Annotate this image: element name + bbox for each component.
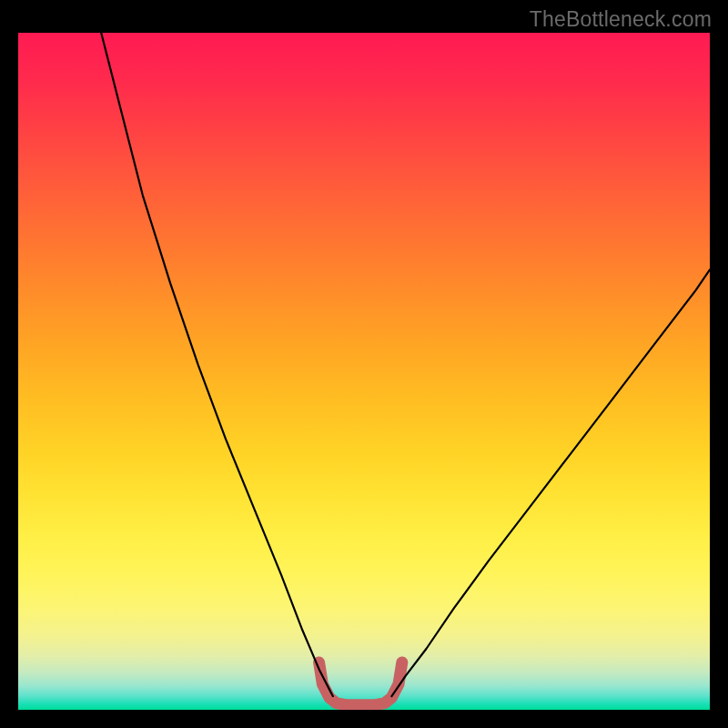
- chart-frame: TheBottleneck.com: [0, 0, 728, 728]
- series-bottom-plateau: [319, 662, 402, 705]
- plot-area: [18, 33, 710, 710]
- series-right-curve: [391, 269, 710, 696]
- series-left-curve: [101, 33, 333, 696]
- watermark-text: TheBottleneck.com: [530, 7, 712, 32]
- curves-layer: [18, 33, 710, 710]
